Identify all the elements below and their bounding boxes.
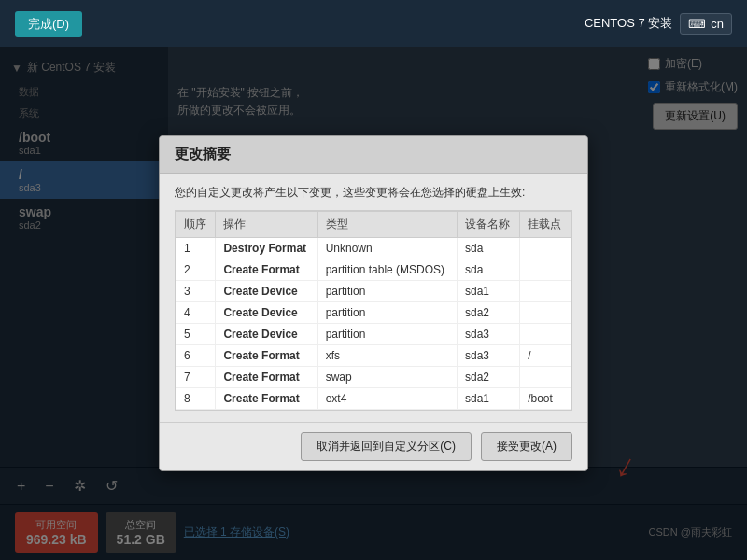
cell-order: 8 (176, 388, 216, 410)
cell-action: Create Device (216, 302, 317, 324)
cell-device: sda2 (457, 367, 519, 388)
cell-order: 5 (176, 324, 216, 345)
cell-type: partition (317, 324, 457, 345)
cell-type: ext4 (317, 388, 457, 410)
cell-order: 4 (176, 302, 216, 324)
cell-action: Create Device (216, 324, 317, 345)
cell-device: sda1 (457, 281, 519, 302)
table-row: 7 Create Format swap sda2 (176, 367, 571, 388)
changes-summary-modal: 更改摘要 您的自定义更改将产生以下变更，这些变更将会在您选择的硬盘上生效: 顺序… (159, 135, 588, 471)
lang-label: cn (711, 17, 724, 31)
cell-mount (520, 238, 571, 259)
col-mount: 挂载点 (520, 212, 571, 238)
table-header-row: 顺序 操作 类型 设备名称 挂载点 (176, 212, 571, 238)
table-row: 4 Create Device partition sda2 (176, 302, 571, 324)
col-order: 顺序 (176, 212, 216, 238)
cell-mount (520, 281, 571, 302)
centos-title: CENTOS 7 安装 (585, 15, 672, 32)
cell-mount (520, 324, 571, 345)
cell-mount: / (520, 345, 571, 367)
modal-description: 您的自定义更改将产生以下变更，这些变更将会在您选择的硬盘上生效: (175, 185, 572, 201)
modal-overlay: 更改摘要 您的自定义更改将产生以下变更，这些变更将会在您选择的硬盘上生效: 顺序… (0, 47, 747, 560)
cell-device: sda2 (457, 302, 519, 324)
table-row: 6 Create Format xfs sda3 / (176, 345, 571, 367)
cell-action: Create Format (216, 345, 317, 367)
cell-action: Create Format (216, 259, 317, 281)
cell-action: Destroy Format (216, 238, 317, 259)
modal-title: 更改摘要 (175, 146, 572, 163)
cell-action: Create Device (216, 281, 317, 302)
table-row: 2 Create Format partition table (MSDOS) … (176, 259, 571, 281)
col-device: 设备名称 (457, 212, 519, 238)
cell-type: swap (317, 367, 457, 388)
cell-order: 3 (176, 281, 216, 302)
col-action: 操作 (216, 212, 317, 238)
accept-button[interactable]: 接受更改(A) (481, 432, 572, 461)
main-area: ▼ 新 CentOS 7 安装 数据 系统 /boot sda1 / sda3 … (0, 47, 747, 560)
keyboard-lang-selector[interactable]: ⌨ cn (680, 13, 732, 35)
table-row: 1 Destroy Format Unknown sda (176, 238, 571, 259)
cell-type: partition table (MSDOS) (317, 259, 457, 281)
cell-order: 6 (176, 345, 216, 367)
top-bar-right: CENTOS 7 安装 ⌨ cn (585, 13, 732, 35)
cell-type: xfs (317, 345, 457, 367)
done-button[interactable]: 完成(D) (15, 11, 82, 37)
cell-device: sda (457, 238, 519, 259)
cell-order: 2 (176, 259, 216, 281)
modal-body: 您的自定义更改将产生以下变更，这些变更将会在您选择的硬盘上生效: 顺序 操作 类… (160, 174, 587, 422)
cell-mount (520, 367, 571, 388)
cell-device: sda3 (457, 345, 519, 367)
cell-order: 1 (176, 238, 216, 259)
cell-type: Unknown (317, 238, 457, 259)
cell-mount (520, 259, 571, 281)
cell-action: Create Format (216, 388, 317, 410)
changes-table: 顺序 操作 类型 设备名称 挂载点 1 Destroy Format Unkno… (176, 211, 571, 410)
changes-table-body: 1 Destroy Format Unknown sda 2 Create Fo… (176, 238, 571, 410)
modal-footer: 取消并返回到自定义分区(C) 接受更改(A) (160, 422, 587, 470)
cell-device: sda1 (457, 388, 519, 410)
modal-header: 更改摘要 (160, 136, 587, 174)
cell-mount (520, 302, 571, 324)
table-row: 3 Create Device partition sda1 (176, 281, 571, 302)
table-row: 8 Create Format ext4 sda1 /boot (176, 388, 571, 410)
cell-device: sda3 (457, 324, 519, 345)
cell-device: sda (457, 259, 519, 281)
cell-mount: /boot (520, 388, 571, 410)
cell-order: 7 (176, 367, 216, 388)
cell-type: partition (317, 281, 457, 302)
col-type: 类型 (317, 212, 457, 238)
top-bar: 完成(D) 手动分区 CENTOS 7 安装 ⌨ cn (0, 0, 747, 47)
changes-table-scroll: 顺序 操作 类型 设备名称 挂载点 1 Destroy Format Unkno… (175, 210, 572, 411)
keyboard-icon: ⌨ (688, 17, 706, 31)
cell-action: Create Format (216, 367, 317, 388)
table-row: 5 Create Device partition sda3 (176, 324, 571, 345)
cell-type: partition (317, 302, 457, 324)
cancel-button[interactable]: 取消并返回到自定义分区(C) (301, 432, 472, 461)
